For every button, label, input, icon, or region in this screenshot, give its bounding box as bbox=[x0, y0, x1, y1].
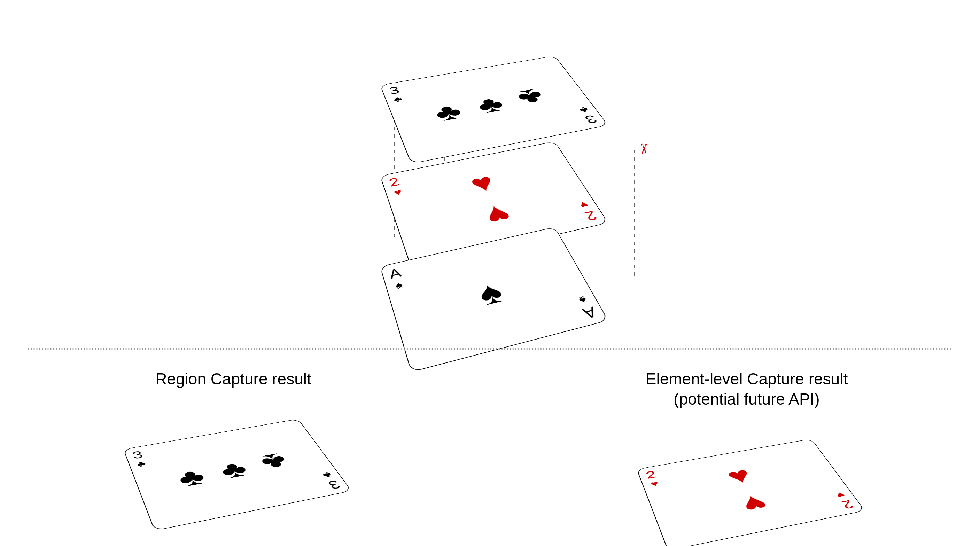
result-card-3-clubs: 3 ♣ 3 ♣ ♣ ♣ ♣ bbox=[123, 419, 352, 531]
card-suit-small: ♥ bbox=[649, 479, 660, 488]
card-corner-bottom-right: 3 ♣ bbox=[320, 470, 343, 491]
pip: ♣ bbox=[256, 449, 293, 474]
card-corner-bottom-right: 2 ♥ bbox=[834, 490, 856, 511]
card-corner-top-left: A ♠ bbox=[388, 266, 406, 291]
pip: ♣ bbox=[431, 100, 466, 125]
pip: ♣ bbox=[472, 92, 508, 117]
card-rank: 3 bbox=[131, 449, 145, 460]
card-pips: ♣ ♣ ♣ bbox=[158, 432, 314, 512]
element-caption: Element-level Capture result (potential … bbox=[555, 369, 938, 409]
pip: ♣ bbox=[174, 464, 209, 490]
result-card-layer: 3 ♣ 3 ♣ ♣ ♣ ♣ bbox=[123, 419, 352, 531]
card-corner-top-left: 2 ♥ bbox=[388, 176, 404, 197]
card-corner-top-left: 3 ♣ bbox=[388, 85, 404, 103]
card-pips: ♥ ♥ bbox=[671, 452, 827, 532]
card-corner-top-left: 2 ♥ bbox=[644, 469, 661, 488]
card-rank: A bbox=[581, 304, 599, 321]
caption-line: Element-level Capture result bbox=[646, 370, 848, 388]
element-capture-result: Element-level Capture result (potential … bbox=[555, 369, 938, 546]
pip: ♥ bbox=[481, 200, 516, 230]
card-suit-small: ♥ bbox=[393, 187, 403, 197]
result-card-layer: 2 ♥ 2 ♥ ♥ ♥ bbox=[636, 439, 865, 546]
card-rank: 3 bbox=[326, 478, 343, 490]
card-suit-small: ♠ bbox=[394, 280, 404, 290]
diagram-stage: ✂ 3 ♣ 3 ♣ ♣ ♣ ♣ bbox=[0, 0, 980, 546]
card-suit-small: ♥ bbox=[578, 200, 590, 210]
caption-subline: (potential future API) bbox=[555, 389, 938, 409]
scissors-icon: ✂ bbox=[636, 143, 652, 155]
stack-layer-top: 3 ♣ 3 ♣ ♣ ♣ ♣ bbox=[380, 56, 608, 164]
result-card-2-hearts: 2 ♥ 2 ♥ ♥ ♥ bbox=[636, 439, 865, 546]
card-rank: 2 bbox=[583, 209, 600, 223]
pip: ♠ bbox=[473, 275, 508, 310]
card-rank: 3 bbox=[388, 85, 401, 96]
card-pips: ♠ bbox=[414, 244, 570, 348]
exploded-stack-scene: ✂ 3 ♣ 3 ♣ ♣ ♣ ♣ bbox=[281, 14, 699, 334]
card-suit-small: ♥ bbox=[834, 490, 847, 499]
card-corner-top-left: 3 ♣ bbox=[131, 449, 148, 468]
region-result-scene: 3 ♣ 3 ♣ ♣ ♣ ♣ bbox=[42, 396, 425, 536]
card-corner-bottom-right: 2 ♥ bbox=[577, 199, 600, 223]
pip: ♣ bbox=[513, 85, 550, 109]
pip: ♣ bbox=[216, 457, 251, 482]
card-suit-small: ♣ bbox=[135, 459, 146, 468]
card-pips: ♣ ♣ ♣ bbox=[414, 68, 570, 146]
card-suit-small: ♣ bbox=[392, 95, 403, 103]
caption-line: Region Capture result bbox=[155, 370, 311, 388]
card-3-clubs: 3 ♣ 3 ♣ ♣ ♣ ♣ bbox=[380, 56, 608, 164]
pip: ♥ bbox=[723, 464, 756, 487]
card-rank: A bbox=[388, 266, 403, 281]
card-corner-bottom-right: 3 ♣ bbox=[577, 105, 600, 125]
card-suit-small: ♣ bbox=[578, 105, 591, 114]
region-caption: Region Capture result bbox=[42, 369, 425, 389]
card-rank: 3 bbox=[583, 113, 600, 125]
section-divider bbox=[28, 348, 952, 350]
card-rank: 2 bbox=[839, 498, 856, 511]
card-suit-small: ♠ bbox=[577, 294, 589, 306]
card-corner-bottom-right: A ♠ bbox=[574, 294, 599, 321]
card-rank: 2 bbox=[388, 176, 401, 188]
card-suit-small: ♣ bbox=[321, 470, 334, 479]
card-rank: 2 bbox=[644, 469, 658, 480]
pip: ♥ bbox=[466, 170, 499, 197]
element-result-scene: 2 ♥ 2 ♥ ♥ ♥ bbox=[555, 416, 938, 546]
pip: ♥ bbox=[738, 491, 772, 517]
region-capture-result: Region Capture result 3 ♣ 3 ♣ ♣ ♣ ♣ bbox=[42, 369, 425, 536]
